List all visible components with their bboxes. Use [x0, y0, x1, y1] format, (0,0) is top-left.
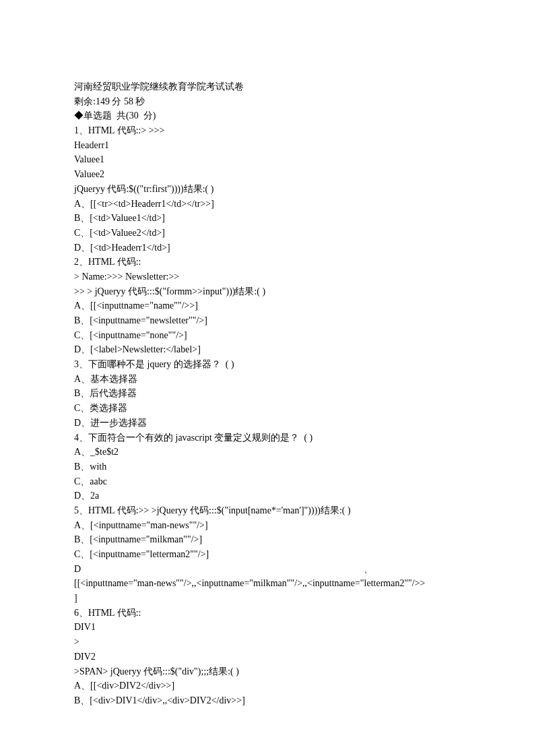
text-line: Valuee1: [74, 152, 467, 167]
text-line: C、[<inputtname="none""/>]: [74, 328, 467, 343]
text-line: B、with: [74, 460, 467, 474]
exam-document: 河南经贸职业学院继续教育学院考试试卷剩余:149 分 58 秒◆单选题 共(30…: [74, 80, 467, 708]
text-line: ]: [74, 591, 467, 606]
text-line: 4、下面符合一个有效的 javascript 变量定义规则的是？ ( ): [74, 431, 467, 445]
text-line: B、后代选择器: [74, 386, 467, 401]
text-line: DIV2: [74, 650, 467, 664]
text-line: 1、HTML 代码::> >>>: [74, 123, 467, 138]
text-line: 2、HTML 代码::: [74, 255, 467, 270]
text-line: A、基本选择器: [74, 372, 467, 387]
text-line: Valuee2: [74, 167, 467, 182]
text-line: >> > jQueryy 代码:::$("formm>>input")))结果:…: [74, 284, 467, 299]
text-line: A、[[<inputtname="name""/>>]: [74, 298, 467, 313]
text-line: B、[<div>DIV1</div>,,<div>DIV2</div>>]: [74, 693, 467, 708]
text-line: 剩余:149 分 58 秒: [74, 94, 467, 109]
text-line: A、_$te$t2: [74, 445, 467, 460]
text-line: C、aabc: [74, 474, 467, 489]
text-line: A、[[<tr><td>Headerr1</td></tr>>]: [74, 197, 467, 212]
text-line: >: [74, 635, 467, 650]
text-line: DIV1: [74, 620, 467, 635]
text-line: D、进一步选择器: [74, 416, 467, 431]
text-line: B、[<inputtname="milkman""/>]: [74, 532, 467, 547]
text-line: A、[<inputtname="man-news""/>]: [74, 518, 467, 533]
text-line: ◆单选题 共(30 分): [74, 108, 467, 123]
text-line: 6、HTML 代码::: [74, 606, 467, 621]
text-line: A、[[<div>DIV2</div>>]: [74, 679, 467, 693]
text-line: [[<inputtname="man-news""/>,,<inputtname…: [74, 576, 467, 591]
text-line: 5、HTML 代码:>> >jQueryy 代码:::$("input[name…: [74, 503, 467, 518]
text-line: D 、: [74, 562, 467, 577]
text-line: > Name:>>> Newsletter:>>: [74, 270, 467, 284]
text-line: D、[<td>Headerr1</td>]: [74, 241, 467, 255]
text-line: B、[<td>Valuee1</td>]: [74, 211, 467, 226]
text-line: C、[<inputtname="letterman2""/>]: [74, 547, 467, 562]
text-line: 3、下面哪种不是 jquery 的选择器？ ( ): [74, 357, 467, 372]
text-line: D、2a: [74, 489, 467, 503]
text-line: 河南经贸职业学院继续教育学院考试试卷: [74, 80, 467, 94]
text-line: C、[<td>Valuee2</td>]: [74, 226, 467, 241]
text-line: jQueryy 代码:$(("tr:first"))))结果:( ): [74, 182, 467, 197]
text-line: C、类选择器: [74, 401, 467, 416]
text-line: D、[<label>Newsletter:</label>]: [74, 342, 467, 357]
text-line: B、[<inputtname="newsletter""/>]: [74, 313, 467, 328]
text-line: Headerr1: [74, 138, 467, 153]
text-line: >SPAN> jQueryy 代码:::$("div");;;结果:( ): [74, 664, 467, 679]
